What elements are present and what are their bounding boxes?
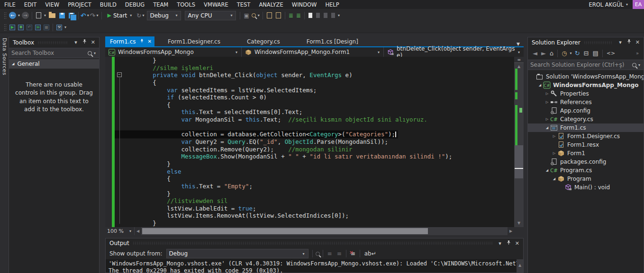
start-debugging-button[interactable]: ▶ Start ▾ [106, 12, 135, 19]
chevron-down-icon[interactable]: ▾ [570, 51, 572, 55]
next-bookmark-icon[interactable] [324, 13, 327, 18]
restart-icon[interactable]: ↻ [136, 12, 141, 19]
tree-item-solution-windowsformsapp-mongo[interactable]: Solution 'WindowsFormsApp_Mongo' ( [528, 72, 644, 81]
scrollbar-thumb[interactable] [142, 228, 428, 234]
output-source-dropdown[interactable]: Debug▾ [166, 249, 308, 258]
home-icon[interactable]: ⌂ [550, 50, 553, 57]
tree-item-program-cs[interactable]: ◢Program.cs [528, 166, 644, 175]
vm-snapshot-icon[interactable]: ▦ [44, 25, 49, 30]
close-icon[interactable]: ✕ [513, 240, 521, 247]
tree-item-properties[interactable]: ▷Properties [528, 89, 644, 98]
solution-platform-dropdown[interactable]: Any CPU▾ [185, 11, 236, 20]
tree-item-form1[interactable]: ▷Form1 [528, 149, 644, 158]
tab-form1-cs-design-[interactable]: Form1.cs [Design] [293, 36, 372, 46]
tab-category-cs[interactable]: Category.cs [234, 36, 293, 46]
code-line[interactable]: lstView.LabelEdit = true; [115, 205, 514, 212]
signed-in-user[interactable]: EROL AKGÜL [589, 1, 624, 8]
previous-bookmark-icon[interactable] [316, 13, 320, 18]
code-line[interactable]: } [115, 57, 514, 64]
tree-item-windowsformsapp-mongo[interactable]: ◢WindowsFormsApp_Mongo [528, 81, 644, 89]
attach-to-process-icon[interactable]: ▣ [244, 12, 249, 19]
chevron-down-icon[interactable]: ▾ [94, 51, 96, 55]
chevron-down-icon[interactable]: ▾ [338, 13, 340, 18]
collapsed-icon[interactable]: ▷ [544, 117, 550, 121]
close-icon[interactable]: ✕ [634, 39, 642, 45]
navigate-forward-icon[interactable]: → [22, 12, 29, 19]
chevron-down-icon[interactable]: ▾ [87, 13, 89, 18]
configure-tools-icon[interactable]: ⚒ [56, 25, 62, 30]
editor-vertical-scrollbar[interactable]: ⚌ ▲ ▼ [514, 57, 524, 227]
zoom-level-dropdown[interactable]: 100 %▾ [105, 227, 135, 235]
code-line[interactable]: if (selectedItems.Count > 0) [115, 94, 514, 101]
chevron-down-icon[interactable]: ▾ [626, 2, 628, 7]
navigate-back-icon[interactable]: ← [9, 12, 16, 19]
menu-item-view[interactable]: VIEW [41, 1, 63, 8]
menu-item-file[interactable]: FILE [0, 1, 20, 8]
scroll-up-icon[interactable]: ▲ [514, 64, 524, 69]
menu-item-help[interactable]: HELP [321, 1, 343, 8]
scroll-left-icon[interactable]: ◀ [135, 229, 141, 233]
pin-icon[interactable] [504, 240, 513, 247]
search-icon[interactable] [632, 63, 636, 67]
clear-all-icon[interactable]: ≡ [351, 250, 355, 257]
menu-item-project[interactable]: PROJECT [63, 1, 96, 8]
expanded-icon[interactable]: ◢ [551, 177, 557, 181]
menu-item-edit[interactable]: EDIT [20, 1, 41, 8]
collapsed-icon[interactable]: ▷ [544, 100, 550, 104]
menu-item-team[interactable]: TEAM [149, 1, 172, 8]
code-line[interactable]: this.Text = "Empty"; [115, 183, 514, 190]
window-position-icon[interactable]: ▾ [617, 39, 624, 45]
solution-search-input[interactable] [530, 62, 631, 68]
solution-explorer-search[interactable]: ▾ [528, 60, 644, 70]
menu-item-vmware[interactable]: VMWARE [200, 1, 233, 8]
undo-icon[interactable]: ↶ [81, 12, 86, 19]
menu-item-tools[interactable]: TOOLS [172, 1, 200, 8]
chevron-down-icon[interactable]: ▾ [44, 13, 46, 18]
scrollbar-thumb[interactable] [515, 145, 523, 178]
account-badge[interactable]: EA [633, 0, 644, 9]
tree-item-main-void[interactable]: Main() : void [528, 183, 644, 192]
tree-item-form1-cs[interactable]: ◢Form1.cs [528, 123, 644, 132]
code-line[interactable]: var selectedItems = lstView.SelectedItem… [115, 87, 514, 94]
output-log[interactable]: 'WindowsFormsApp_Mongo.vshost.exe' (CLR … [106, 259, 517, 273]
code-line[interactable]: var MongodanSil = this.Text; //seçili kı… [115, 116, 514, 123]
open-file-icon[interactable] [49, 13, 55, 18]
debug-in-vm-icon[interactable]: ▶ [9, 25, 15, 30]
code-line[interactable]: } [115, 160, 514, 168]
code-line[interactable]: } [115, 190, 514, 198]
panel-splitter[interactable] [524, 33, 527, 273]
redo-icon[interactable]: ↷ [90, 12, 96, 19]
uncomment-lines-icon[interactable]: ≣ [296, 12, 301, 19]
tree-item-app-config[interactable]: App.config [528, 106, 644, 115]
code-line[interactable]: collection.Remove(Query2); //mongodan si… [115, 146, 514, 153]
step-in-vm-icon[interactable]: ≫ [35, 25, 41, 30]
add-item-icon[interactable] [276, 12, 281, 18]
menu-item-build[interactable]: BUILD [96, 1, 121, 8]
toolbox-search-input[interactable] [11, 50, 87, 56]
chevron-down-icon[interactable]: ▾ [64, 25, 66, 29]
data-sources-tab[interactable]: Data Sources [0, 33, 9, 273]
view-code-icon[interactable]: <> [607, 50, 615, 56]
code-line[interactable]: //listviewden sil [115, 197, 514, 205]
project-dropdown[interactable]: WindowsFormsApp_Mongo▾ [105, 47, 242, 57]
toolbar-overflow-icon[interactable]: » [636, 51, 639, 56]
window-position-icon[interactable]: ▾ [497, 240, 503, 247]
find-message-icon[interactable] [316, 252, 320, 256]
find-icon[interactable] [252, 13, 256, 18]
pin-icon[interactable] [140, 38, 144, 44]
bookmark-icon[interactable] [308, 13, 312, 18]
tab-form1-designer-cs[interactable]: Form1.Designer.cs [154, 36, 234, 46]
tree-item-form1-resx[interactable]: Form1.resx [528, 141, 644, 149]
comment-lines-icon[interactable]: ≣ [289, 12, 293, 19]
search-icon[interactable] [88, 51, 92, 55]
tree-item-form1-designer-cs[interactable]: ▷Form1.Designer.cs [528, 132, 644, 141]
split-editor-handle[interactable]: ⚌ [514, 57, 524, 63]
expanded-icon[interactable]: ◢ [544, 126, 550, 130]
toolbox-search[interactable]: ▾ [9, 48, 99, 58]
toolbar-grip[interactable] [4, 24, 6, 31]
code-line[interactable]: var Query2 = Query.EQ("_id", ObjectId.Pa… [115, 138, 514, 146]
breakpoint-margin[interactable] [105, 57, 112, 227]
new-item-icon[interactable] [267, 12, 272, 18]
code-line[interactable]: { [115, 101, 514, 109]
solution-configuration-dropdown[interactable]: Debug▾ [147, 11, 181, 20]
